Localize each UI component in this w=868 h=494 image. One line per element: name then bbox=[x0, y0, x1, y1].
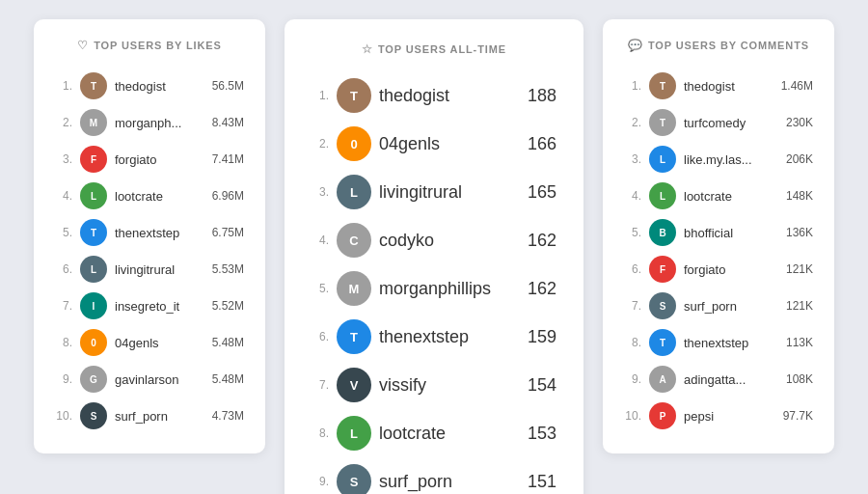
rank-label: 4. bbox=[624, 189, 641, 203]
list-item: 9.Ssurf_porn151 bbox=[312, 457, 556, 494]
value-label: 113K bbox=[786, 336, 813, 349]
list-item: 3.Fforgiato7.41M bbox=[55, 141, 244, 178]
list-item: 10.Ssurf_porn4.73M bbox=[55, 398, 244, 434]
likes-card: ♡ TOP USERS BY LIKES 1.Tthedogist56.5M2.… bbox=[34, 19, 265, 453]
rank-label: 6. bbox=[624, 262, 641, 276]
value-label: 206K bbox=[786, 152, 813, 166]
username-label: pepsi bbox=[684, 409, 775, 424]
value-label: 6.96M bbox=[212, 189, 244, 203]
list-item: 1.Tthedogist56.5M bbox=[55, 68, 244, 104]
avatar: T bbox=[649, 109, 676, 136]
avatar: L bbox=[649, 146, 676, 173]
star-icon: ☆ bbox=[362, 42, 373, 56]
avatar: F bbox=[649, 256, 676, 283]
list-item: 9.Ggavinlarson5.48M bbox=[55, 361, 244, 398]
avatar: I bbox=[80, 292, 107, 319]
list-item: 7.Vvissify154 bbox=[312, 361, 556, 409]
rank-label: 7. bbox=[312, 378, 329, 392]
avatar: 0 bbox=[80, 329, 107, 356]
avatar: 0 bbox=[337, 126, 371, 161]
username-label: morganphillips bbox=[379, 279, 520, 299]
rank-label: 3. bbox=[624, 152, 641, 166]
value-label: 230K bbox=[786, 116, 813, 129]
rank-label: 10. bbox=[624, 409, 641, 423]
username-label: lootcrate bbox=[684, 189, 778, 204]
rank-label: 6. bbox=[312, 330, 329, 343]
value-label: 7.41M bbox=[212, 152, 244, 166]
value-label: 97.7K bbox=[783, 409, 813, 423]
avatar: V bbox=[337, 368, 371, 402]
rank-label: 5. bbox=[55, 226, 72, 239]
comments-card-title: TOP USERS BY COMMENTS bbox=[648, 40, 809, 51]
avatar: P bbox=[649, 402, 676, 429]
list-item: 7.Iinsegreto_it5.52M bbox=[55, 288, 244, 324]
value-label: 154 bbox=[528, 375, 556, 396]
likes-list: 1.Tthedogist56.5M2.Mmorganph...8.43M3.Ff… bbox=[55, 68, 244, 434]
rank-label: 4. bbox=[312, 233, 329, 247]
alltime-card-title: TOP USERS ALL-TIME bbox=[378, 43, 506, 55]
list-item: 4.Ccodyko162 bbox=[312, 216, 556, 264]
rank-label: 1. bbox=[312, 89, 329, 102]
cards-container: ♡ TOP USERS BY LIKES 1.Tthedogist56.5M2.… bbox=[19, 19, 849, 494]
alltime-card-header: ☆ TOP USERS ALL-TIME bbox=[312, 42, 556, 56]
value-label: 159 bbox=[528, 327, 556, 347]
likes-card-header: ♡ TOP USERS BY LIKES bbox=[55, 39, 244, 52]
username-label: surf_porn bbox=[115, 409, 204, 424]
comments-list: 1.Tthedogist1.46M2.Tturfcomedy230K3.Llik… bbox=[624, 68, 813, 434]
username-label: gavinlarson bbox=[115, 372, 204, 387]
heart-icon: ♡ bbox=[77, 39, 89, 52]
list-item: 8.Tthenextstep113K bbox=[624, 324, 813, 361]
avatar: L bbox=[80, 256, 107, 283]
username-label: forgiato bbox=[684, 262, 778, 277]
username-label: 04genls bbox=[379, 134, 520, 154]
username-label: lootcrate bbox=[115, 189, 204, 204]
rank-label: 8. bbox=[624, 336, 641, 349]
avatar: G bbox=[80, 366, 107, 393]
value-label: 6.75M bbox=[212, 226, 244, 239]
list-item: 3.Llike.my.las...206K bbox=[624, 141, 813, 178]
comments-card: 💬 TOP USERS BY COMMENTS 1.Tthedogist1.46… bbox=[603, 19, 834, 453]
username-label: adingatta... bbox=[684, 372, 778, 387]
rank-label: 8. bbox=[312, 426, 329, 440]
avatar: L bbox=[337, 416, 371, 451]
list-item: 4.Llootcrate6.96M bbox=[55, 178, 244, 214]
list-item: 6.Llivingitrural5.53M bbox=[55, 251, 244, 288]
username-label: thenextstep bbox=[115, 226, 204, 240]
value-label: 151 bbox=[528, 472, 556, 492]
list-item: 3.Llivingitrural165 bbox=[312, 168, 556, 216]
username-label: surf_porn bbox=[684, 299, 778, 314]
avatar: S bbox=[649, 292, 676, 319]
comments-card-header: 💬 TOP USERS BY COMMENTS bbox=[624, 39, 813, 52]
rank-label: 3. bbox=[312, 185, 329, 199]
username-label: like.my.las... bbox=[684, 152, 778, 167]
rank-label: 7. bbox=[624, 299, 641, 313]
rank-label: 2. bbox=[312, 137, 329, 151]
list-item: 1.Tthedogist188 bbox=[312, 71, 556, 120]
value-label: 153 bbox=[528, 424, 556, 444]
username-label: thedogist bbox=[684, 79, 773, 94]
username-label: lootcrate bbox=[379, 424, 520, 444]
username-label: turfcomedy bbox=[684, 116, 778, 130]
username-label: bhofficial bbox=[684, 226, 778, 240]
rank-label: 10. bbox=[55, 409, 72, 423]
rank-label: 1. bbox=[624, 79, 641, 93]
avatar: S bbox=[337, 464, 371, 494]
list-item: 2.Tturfcomedy230K bbox=[624, 104, 813, 141]
avatar: B bbox=[649, 219, 676, 246]
list-item: 8.Llootcrate153 bbox=[312, 409, 556, 457]
list-item: 2.Mmorganph...8.43M bbox=[55, 104, 244, 141]
avatar: M bbox=[337, 271, 371, 306]
value-label: 121K bbox=[786, 299, 813, 313]
value-label: 165 bbox=[528, 182, 556, 203]
list-item: 9.Aadingatta...108K bbox=[624, 361, 813, 398]
username-label: livingitrural bbox=[115, 262, 204, 277]
username-label: thedogist bbox=[115, 79, 204, 94]
value-label: 148K bbox=[786, 189, 813, 203]
username-label: 04genls bbox=[115, 336, 204, 350]
avatar: T bbox=[337, 319, 371, 354]
username-label: vissify bbox=[379, 375, 520, 396]
list-item: 8.004genls5.48M bbox=[55, 324, 244, 361]
avatar: F bbox=[80, 146, 107, 173]
username-label: surf_porn bbox=[379, 472, 520, 492]
value-label: 108K bbox=[786, 372, 813, 386]
